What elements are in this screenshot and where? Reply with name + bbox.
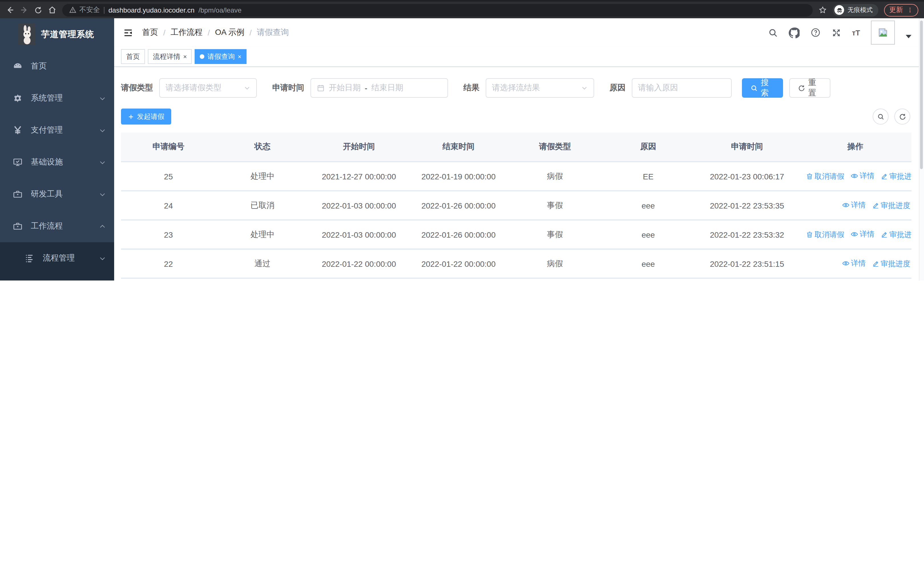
cell-start: 2022-01-03 00:00:00 [309, 220, 409, 249]
refresh-icon [898, 113, 906, 120]
column-header: 申请编号 [121, 132, 216, 162]
tab-close-icon[interactable]: × [238, 53, 242, 60]
sidebar-item-流程管理[interactable]: 流程管理 [0, 242, 114, 274]
sidebar-item-label: 支付管理 [31, 125, 99, 135]
search-icon [877, 113, 884, 120]
security-chip[interactable]: 不安全 [69, 5, 100, 15]
result-select[interactable]: 请选择流结果 [486, 78, 594, 98]
cell-start: 2021-12-27 00:00:00 [309, 162, 409, 191]
sidebar-fold-icon[interactable] [114, 28, 142, 38]
header-search-icon[interactable] [768, 28, 778, 38]
url-bar[interactable]: 不安全 dashboard.yudao.iocoder.cn/bpm/oa/le… [62, 4, 813, 16]
chevron-down-icon [99, 191, 106, 198]
forward-icon[interactable] [20, 6, 28, 14]
reason-placeholder: 请输入原因 [638, 83, 725, 93]
reload-icon[interactable] [34, 6, 42, 14]
monitor-icon [12, 157, 23, 167]
sidebar-item-label: 流程管理 [43, 253, 99, 263]
reason-input[interactable]: 请输入原因 [632, 78, 732, 98]
cell-id: 25 [121, 162, 216, 191]
cell-start: 2022-01-03 00:00:00 [309, 191, 409, 220]
help-icon[interactable] [810, 27, 820, 38]
logo-image [18, 23, 35, 45]
tab-流程详情[interactable]: 流程详情× [148, 49, 192, 64]
date-separator: - [365, 83, 367, 93]
tab-label: 首页 [126, 52, 140, 62]
date-range-picker[interactable]: 开始日期 - 结束日期 [310, 78, 448, 98]
reset-button[interactable]: 重置 [789, 78, 830, 98]
refresh-table-button[interactable] [894, 108, 910, 125]
breadcrumb-item[interactable]: 工作流程 [171, 27, 202, 38]
sidebar-item-任务管理[interactable]: 任务管理 [0, 274, 114, 281]
edit-icon [881, 231, 888, 238]
bookmark-star-icon[interactable] [818, 6, 827, 14]
toggle-search-button[interactable] [873, 108, 889, 125]
update-label: 更新 [889, 5, 903, 15]
fullscreen-icon[interactable] [831, 28, 841, 38]
cell-id: 24 [121, 191, 216, 220]
yen-icon [12, 125, 23, 135]
reset-button-label: 重置 [808, 78, 822, 98]
leave-type-select[interactable]: 请选择请假类型 [159, 78, 257, 98]
chevron-down-icon [244, 84, 250, 92]
search-button-label: 搜索 [761, 78, 774, 98]
detail-action-link[interactable]: 详情 [850, 229, 874, 239]
progress-action-link[interactable]: 审批进度 [872, 259, 910, 269]
table-toolbar: 发起请假 [121, 108, 912, 125]
column-header: 请假类型 [508, 132, 602, 162]
progress-action-label: 审批进度 [880, 259, 910, 269]
font-size-icon[interactable]: тT [852, 28, 860, 37]
sidebar-item-首页[interactable]: 首页 [0, 50, 114, 82]
github-icon[interactable] [789, 27, 799, 38]
detail-action-link[interactable]: 详情 [850, 171, 874, 181]
incognito-chip: 无痕模式 [832, 4, 878, 16]
breadcrumb-separator: / [208, 28, 210, 37]
cell-applied: 2022-01-22 23:49:46 [695, 278, 799, 281]
sidebar-item-研发工具[interactable]: 研发工具 [0, 178, 114, 210]
tab-close-icon[interactable]: × [183, 53, 187, 60]
progress-action-label: 审批进度 [890, 171, 912, 181]
tab-请假查询[interactable]: 请假查询× [195, 49, 246, 64]
cancel-action-link[interactable]: 取消请假 [806, 171, 844, 181]
cell-actions: 详情审批进度 [799, 191, 912, 220]
sidebar-item-系统管理[interactable]: 系统管理 [0, 82, 114, 114]
cell-status: 处理中 [216, 162, 309, 191]
avatar[interactable] [871, 21, 895, 45]
tab-首页[interactable]: 首页 [121, 49, 145, 64]
column-header: 状态 [216, 132, 309, 162]
delete-icon [806, 231, 814, 238]
home-icon[interactable] [48, 6, 57, 14]
page-scrollbar[interactable] [919, 18, 924, 281]
search-icon [750, 84, 758, 92]
detail-action-link[interactable]: 详情 [842, 200, 866, 210]
briefcase-icon [12, 221, 23, 232]
column-header: 申请时间 [695, 132, 799, 162]
cancel-action-link[interactable]: 取消请假 [806, 229, 844, 240]
leave-table: 申请编号状态开始时间结束时间请假类型原因申请时间操作 25处理中2021-12-… [121, 132, 912, 281]
create-leave-button[interactable]: 发起请假 [121, 108, 171, 125]
browser-update-button[interactable]: 更新 [884, 4, 918, 16]
progress-action-link[interactable]: 审批进度 [872, 200, 910, 211]
scrollbar-thumb[interactable] [920, 21, 923, 169]
progress-action-link[interactable]: 审批进度 [881, 229, 912, 240]
view-icon [842, 201, 850, 209]
tab-label: 请假查询 [207, 52, 235, 62]
sidebar-item-基础设施[interactable]: 基础设施 [0, 146, 114, 178]
detail-action-link[interactable]: 详情 [842, 258, 866, 269]
browser-menu-dots-icon[interactable] [907, 7, 913, 13]
breadcrumb-item[interactable]: 首页 [142, 27, 158, 38]
screen: 不安全 dashboard.yudao.iocoder.cn/bpm/oa/le… [0, 0, 924, 281]
breadcrumb-item[interactable]: OA 示例 [215, 27, 244, 38]
progress-action-link[interactable]: 审批进度 [881, 171, 912, 181]
app-logo[interactable]: 芋道管理系统 [0, 18, 114, 50]
progress-action-label: 审批进度 [880, 200, 910, 211]
column-header: 操作 [799, 132, 912, 162]
back-icon[interactable] [6, 6, 14, 14]
active-tab-dot [200, 54, 205, 59]
plus-icon [128, 113, 134, 120]
avatar-caret-icon[interactable] [906, 35, 912, 38]
sidebar-item-工作流程[interactable]: 工作流程 [0, 210, 114, 242]
search-button[interactable]: 搜索 [742, 78, 783, 98]
sidebar-item-支付管理[interactable]: 支付管理 [0, 114, 114, 146]
filter-form: 请假类型 请选择请假类型 申请时间 [121, 78, 912, 98]
